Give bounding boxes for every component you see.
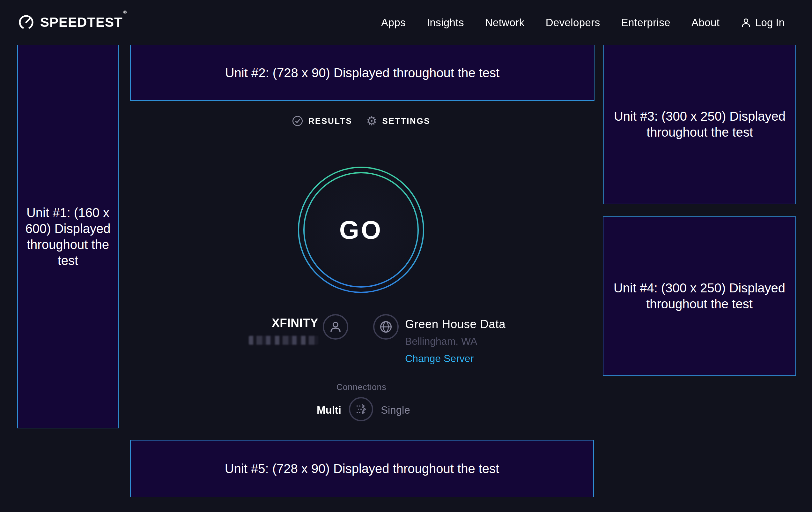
nav-item-enterprise[interactable]: Enterprise	[621, 16, 670, 28]
ad-unit-3[interactable]: Unit #3: (300 x 250) Displayed throughou…	[603, 45, 796, 204]
speedtest-logo[interactable]: SPEEDTEST®	[18, 14, 126, 31]
redacted-ip-address	[249, 336, 318, 345]
top-nav: SPEEDTEST® Apps Insights Network Develop…	[0, 0, 812, 45]
ad-unit-1-text: Unit #1: (160 x 600) Displayed throughou…	[18, 205, 118, 268]
check-circle-icon	[292, 115, 303, 127]
speedtest-gauge-icon	[18, 14, 34, 31]
ad-unit-2-text: Unit #2: (728 x 90) Displayed throughout…	[221, 65, 503, 81]
tab-settings-label: SETTINGS	[382, 116, 430, 126]
change-server-link[interactable]: Change Server	[405, 350, 505, 367]
person-icon	[328, 320, 343, 334]
ad-unit-5[interactable]: Unit #5: (728 x 90) Displayed throughout…	[130, 440, 594, 497]
server-name: Green House Data	[405, 315, 505, 332]
ad-unit-1[interactable]: Unit #1: (160 x 600) Displayed throughou…	[17, 45, 119, 428]
nav-item-developers[interactable]: Developers	[546, 16, 600, 28]
trademark-mark: ®	[123, 10, 127, 15]
tab-settings[interactable]: ⚙ SETTINGS	[366, 115, 430, 127]
go-button-label: GO	[297, 166, 425, 294]
tab-results-label: RESULTS	[309, 116, 352, 126]
server-location: Bellingham, WA	[405, 332, 505, 350]
isp-name: XFINITY	[242, 316, 318, 330]
ad-unit-2[interactable]: Unit #2: (728 x 90) Displayed throughout…	[130, 45, 594, 101]
nav-item-about[interactable]: About	[691, 16, 720, 28]
connections-toggle[interactable]	[349, 397, 373, 421]
tab-bar: RESULTS ⚙ SETTINGS	[119, 115, 603, 127]
login-label: Log In	[755, 16, 785, 28]
ad-unit-5-text: Unit #5: (728 x 90) Displayed throughout…	[221, 461, 503, 477]
brand-name: SPEEDTEST®	[40, 15, 126, 30]
connections-single-option[interactable]: Single	[381, 404, 410, 416]
connections-label: Connections	[119, 382, 603, 392]
connections-multi-option[interactable]: Multi	[293, 404, 341, 416]
server-info: Green House Data Bellingham, WA Change S…	[405, 315, 505, 367]
isp-icon-circle	[323, 314, 348, 340]
ad-unit-4[interactable]: Unit #4: (300 x 250) Displayed throughou…	[603, 216, 796, 376]
nav-links: Apps Insights Network Developers Enterpr…	[381, 16, 785, 28]
go-button[interactable]: GO	[297, 166, 425, 294]
login-button[interactable]: Log In	[741, 16, 785, 28]
nav-item-apps[interactable]: Apps	[381, 16, 406, 28]
user-icon	[741, 17, 751, 28]
speedtest-page: SPEEDTEST® Apps Insights Network Develop…	[0, 0, 812, 512]
tab-results[interactable]: RESULTS	[292, 115, 352, 127]
nav-item-network[interactable]: Network	[485, 16, 525, 28]
ad-unit-4-text: Unit #4: (300 x 250) Displayed throughou…	[603, 280, 795, 312]
nav-item-insights[interactable]: Insights	[427, 16, 464, 28]
gear-icon: ⚙	[366, 115, 377, 127]
globe-icon	[378, 319, 394, 334]
multi-arrows-icon	[353, 401, 369, 417]
ad-unit-3-text: Unit #3: (300 x 250) Displayed throughou…	[604, 109, 795, 140]
server-icon-circle	[373, 314, 399, 340]
